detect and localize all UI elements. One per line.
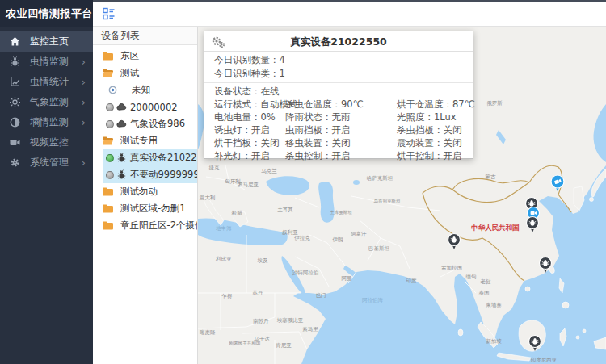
tree-device-weather-986[interactable]: 气象设备986 — [93, 115, 197, 132]
device-tree-toggle-icon[interactable] — [103, 7, 116, 20]
map-canvas[interactable]: 俄罗斯 蒙古 哈萨克斯坦 乌兹别克斯坦 土库曼斯坦 捷克 乌克兰 匈牙利 罗马尼… — [198, 27, 606, 364]
map-country-label: 土库曼斯坦 — [330, 210, 352, 215]
map-country-label: 俄罗斯 — [486, 100, 503, 107]
map-sea-label: 阿拉伯海 — [362, 297, 384, 303]
fill-light: 补光灯：开启 — [214, 149, 285, 162]
bug-icon — [9, 56, 20, 68]
map-country-label: 新加坡 — [486, 338, 502, 345]
line-chart-icon — [9, 77, 20, 88]
vibration-device: 震动装置：关闭 — [397, 136, 473, 149]
battery-level: 电池电量：0% — [214, 111, 285, 123]
sidebar-item-label: 系统管理 — [30, 156, 69, 169]
sidebar-item-label: 监控主页 — [30, 35, 69, 48]
map-country-label: 泰国 — [479, 290, 490, 296]
tree-device-real-21022550[interactable]: 真实设备21022550 — [103, 149, 197, 166]
chevron-right-icon: › — [82, 55, 86, 67]
insect-move-device: 移虫装置：关闭 — [285, 136, 397, 149]
tree-label: 测试勿动 — [120, 186, 158, 198]
popup-body: 设备状态：在线 运行模式：自动模式 杀虫仓温度：90℃ 烘干仓温度：87℃ 电池… — [204, 83, 473, 162]
chevron-right-icon: › — [82, 95, 86, 107]
tree-folder-test-dedicated[interactable]: 测试专用 — [93, 132, 197, 149]
map-country-label: 沙特阿拉伯 — [292, 270, 319, 276]
popup-row: 诱虫灯：开启 虫雨挡板：开启 杀虫挡板：关闭 — [204, 123, 473, 136]
sidebar-item-weather-monitor[interactable]: 气象监测 › — [0, 92, 93, 112]
device-info-popup: 真实设备21022550 今日识别数量：4 今日识别种类：1 设备状态：在线 运… — [204, 31, 473, 159]
map-country-label: 缅甸 — [466, 274, 477, 280]
map-country-label: 肯尼亚 — [276, 342, 292, 349]
map-country-label: 老挝 — [481, 278, 492, 285]
tree-device-20000002[interactable]: 20000002 — [93, 98, 197, 115]
status-dot-offline — [106, 120, 114, 128]
position-icon — [108, 86, 117, 94]
sidebar-item-system-settings[interactable]: 系统管理 › — [0, 153, 93, 173]
home-icon — [9, 36, 20, 48]
kill-control: 杀虫控制：开启 — [285, 149, 397, 162]
map-country-label: 土耳其 — [277, 207, 293, 213]
globe-icon — [9, 117, 20, 128]
device-status: 设备状态：在线 — [204, 85, 473, 98]
gear-icon — [9, 157, 20, 169]
map-country-label: 希腊 — [232, 210, 243, 216]
map-country-label: 利比亚 — [215, 256, 232, 262]
status-dot-offline — [106, 103, 114, 111]
map-country-label: 阿曼 — [342, 275, 353, 282]
map-country-label: 乍得 — [221, 293, 234, 299]
folder-open-icon — [103, 136, 113, 146]
tree-device-unknown[interactable]: 未知 — [93, 82, 197, 98]
sidebar-item-insect-monitor[interactable]: 虫情监测 › — [0, 52, 93, 72]
chevron-right-icon: › — [82, 75, 86, 87]
map-country-label: 巴基斯坦 — [368, 245, 390, 252]
dry-control: 烘干控制：开启 — [397, 149, 473, 162]
map-country-label: 苏丹 — [252, 290, 264, 296]
map-country-label: 索马里 — [302, 326, 318, 333]
app-window: 农业四情测报平台 监控主页 虫情监测 › 虫情统计 › — [0, 0, 606, 364]
device-list-title: 设备列表 — [93, 27, 197, 45]
today-recognition-count: 今日识别数量：4 — [204, 53, 473, 67]
video-camera-icon — [9, 137, 20, 149]
device-tree: 东区 测试 未知 20000002 — [93, 45, 197, 234]
tree-label: 真实设备21022550 — [130, 152, 198, 164]
dry-baffle: 烘干挡板：关闭 — [214, 136, 285, 149]
sun-icon — [9, 97, 20, 108]
tree-folder-test-nomove[interactable]: 测试勿动 — [93, 183, 197, 200]
status-dot-online — [106, 154, 114, 162]
map-country-label: 伊拉克 — [294, 235, 310, 241]
popup-row: 电池电量：0% 降雨状态：无雨 光照度：1Lux — [204, 111, 473, 123]
map-country-label: 哈萨克斯坦 — [367, 175, 393, 182]
lure-lamp: 诱虫灯：开启 — [214, 123, 285, 136]
tree-folder-zhangqiu-cameras[interactable]: 章丘阳丘区-2个摄像头 — [93, 217, 197, 234]
folder-icon — [103, 220, 113, 231]
chevron-right-icon: › — [82, 115, 86, 128]
map-country-label: 孟加拉国 — [441, 265, 462, 271]
popup-device-title: 真实设备21022550 — [204, 31, 473, 52]
map-country-label: 意大利 — [199, 195, 216, 201]
today-recognition-species: 今日识别种类：1 — [204, 67, 473, 81]
map-country-label: 蒙古 — [486, 174, 497, 180]
sidebar-item-label: 视频监控 — [30, 136, 69, 149]
popup-row: 烘干挡板：关闭 移虫装置：关闭 震动装置：关闭 — [204, 136, 473, 149]
sidebar-item-soil-monitor[interactable]: 墒情监测 › — [0, 112, 93, 132]
tree-device-donttouch-99999999[interactable]: 不要动99999999 — [103, 166, 197, 183]
folder-icon — [103, 51, 113, 61]
sidebar-item-insect-stats[interactable]: 虫情统计 › — [0, 72, 93, 92]
map-country-label: 埃塞俄比亚 — [276, 317, 304, 324]
folder-icon — [103, 203, 113, 214]
map-country-label: 也门 — [316, 292, 326, 299]
map-country-label: 乌干达 — [254, 336, 270, 342]
illuminance: 光照度：1Lux — [397, 111, 473, 123]
sidebar-item-monitor-home[interactable]: 监控主页 — [0, 31, 93, 52]
tree-label: 气象设备986 — [130, 118, 185, 130]
chevron-right-icon: › — [82, 156, 86, 168]
popup-header: 真实设备21022550 — [204, 31, 473, 52]
tree-folder-east[interactable]: 东区 — [93, 48, 197, 65]
tree-folder-test[interactable]: 测试 — [93, 65, 197, 82]
tree-folder-test-area-nodelete[interactable]: 测试区域-勿删1 — [93, 200, 197, 217]
popup-row: 补光灯：开启 杀虫控制：开启 烘干控制：开启 — [204, 149, 473, 162]
tree-label: 测试区域-勿删1 — [120, 203, 185, 215]
status-dot-offline — [106, 171, 114, 179]
sidebar-item-video-monitor[interactable]: 视频监控 — [0, 132, 93, 153]
sidebar-item-label: 虫情统计 — [30, 75, 69, 89]
topbar — [93, 0, 606, 27]
device-list-panel: 设备列表 东区 测试 未知 — [93, 27, 198, 364]
tree-label: 测试 — [120, 67, 139, 79]
